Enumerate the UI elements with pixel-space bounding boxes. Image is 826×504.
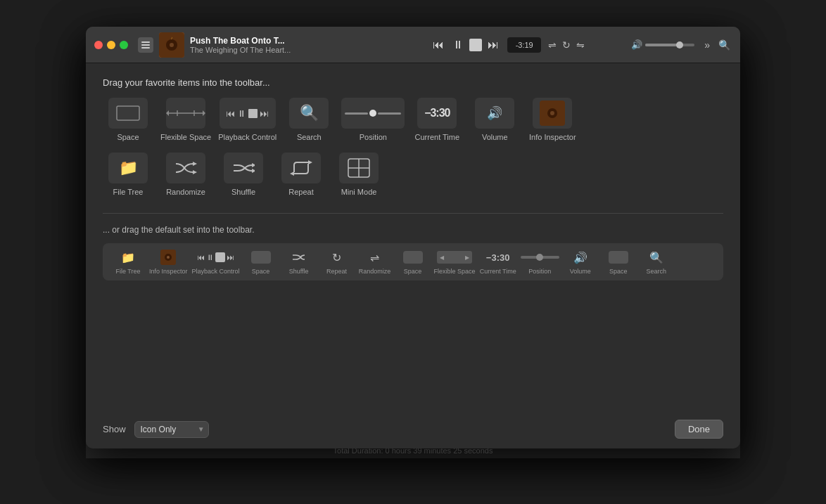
toolbar-item-flexible-space[interactable]: Flexible Space bbox=[160, 98, 211, 141]
done-button[interactable]: Done bbox=[675, 420, 723, 439]
svg-rect-0 bbox=[141, 41, 150, 43]
dt-repeat-label: Repeat bbox=[326, 268, 347, 275]
dt-file-tree-icon: 📁 bbox=[121, 249, 135, 266]
volume-track[interactable] bbox=[645, 44, 694, 46]
randomize-icon bbox=[166, 153, 205, 183]
toolbar-item-repeat[interactable]: Repeat bbox=[276, 153, 326, 196]
position-icon bbox=[341, 98, 405, 129]
show-label: Show bbox=[103, 424, 126, 434]
dt-space-icon bbox=[251, 249, 271, 266]
dt-position[interactable]: Position bbox=[521, 249, 559, 275]
drag-hint: Drag your favorite items into the toolba… bbox=[86, 63, 740, 98]
dt-volume-icon: 🔊 bbox=[573, 249, 587, 266]
dt-file-tree-label: File Tree bbox=[115, 268, 140, 275]
minimize-button[interactable] bbox=[107, 41, 115, 49]
dt-playback-icon: ⏮ ⏸ ⏭ bbox=[197, 249, 234, 266]
drag-default-hint: ... or drag the default set into the too… bbox=[86, 225, 740, 243]
fast-forward-button[interactable]: ⏭ bbox=[485, 37, 502, 53]
repeat-button[interactable]: ↻ bbox=[561, 38, 572, 52]
toolbar-item-mini-mode[interactable]: Mini Mode bbox=[333, 153, 384, 196]
shuffle-button[interactable]: ⇋ bbox=[575, 38, 586, 52]
dt-position-icon bbox=[521, 249, 559, 266]
maximize-button[interactable] bbox=[120, 41, 128, 49]
volume-thumb[interactable] bbox=[676, 41, 683, 49]
default-toolbar-strip[interactable]: 📁 File Tree Info Inspector ⏮ bbox=[103, 243, 723, 280]
dt-space3-icon bbox=[609, 249, 628, 266]
album-art: ♪ bbox=[159, 32, 184, 58]
dt-flex-space[interactable]: ◀ ▶ Flexible Space bbox=[434, 249, 476, 275]
dt-current-time-icon: −3:30 bbox=[486, 249, 510, 266]
file-tree-label: File Tree bbox=[113, 188, 144, 196]
toolbar-items-grid: Space Flexible Space ⏮ bbox=[86, 98, 740, 141]
svg-marker-18 bbox=[252, 163, 255, 167]
dt-flex-space-label: Flexible Space bbox=[434, 268, 476, 275]
toolbar-item-search[interactable]: 🔍 Search bbox=[284, 98, 334, 141]
dt-position-label: Position bbox=[528, 268, 551, 275]
randomize-label: Randomize bbox=[166, 188, 205, 196]
stop-button[interactable] bbox=[469, 39, 482, 51]
track-title: Push The Boat Onto T... bbox=[190, 36, 424, 46]
toolbar-item-shuffle[interactable]: Shuffle bbox=[218, 153, 269, 196]
pause-button[interactable]: ⏸ bbox=[450, 37, 466, 53]
toolbar-item-position[interactable]: Position bbox=[341, 98, 405, 141]
sheet-bottom: Show Icon Only Icon and Text Text Only ▼… bbox=[86, 410, 740, 448]
svg-marker-16 bbox=[193, 162, 197, 166]
dt-shuffle[interactable]: Shuffle bbox=[282, 249, 316, 275]
rewind-button[interactable]: ⏮ bbox=[430, 37, 447, 53]
dt-flex-space-icon: ◀ ▶ bbox=[437, 249, 472, 266]
search-label: Search bbox=[297, 133, 322, 141]
show-select-wrapper[interactable]: Icon Only Icon and Text Text Only ▼ bbox=[134, 421, 209, 438]
dt-space3[interactable]: Space bbox=[602, 249, 635, 275]
volume-slider[interactable]: 🔊 bbox=[631, 39, 694, 50]
toolbar-item-volume[interactable]: 🔊 Volume bbox=[469, 98, 520, 141]
time-display: -3:19 bbox=[507, 37, 541, 53]
dt-repeat[interactable]: ↻ Repeat bbox=[320, 249, 354, 275]
svg-point-5 bbox=[170, 43, 174, 47]
volume-icon: 🔊 bbox=[631, 39, 642, 50]
dt-space[interactable]: Space bbox=[244, 249, 278, 275]
customize-sheet: Drag your favorite items into the toolba… bbox=[86, 63, 740, 448]
titlebar: ♪ Push The Boat Onto T... The Weighing O… bbox=[86, 27, 740, 63]
dt-playback-control[interactable]: ⏮ ⏸ ⏭ Playback Control bbox=[192, 249, 240, 275]
toolbar-item-randomize[interactable]: Randomize bbox=[160, 153, 211, 196]
dt-repeat-icon: ↻ bbox=[332, 249, 341, 266]
toolbar-item-space[interactable]: Space bbox=[103, 98, 153, 141]
dt-space2-label: Space bbox=[404, 268, 422, 275]
dt-volume[interactable]: 🔊 Volume bbox=[564, 249, 597, 275]
dt-randomize-label: Randomize bbox=[359, 268, 391, 275]
dt-info-inspector-label: Info Inspector bbox=[149, 268, 188, 275]
space-icon bbox=[108, 98, 148, 129]
sidebar-toggle-button[interactable] bbox=[138, 37, 153, 53]
dt-current-time-label: Current Time bbox=[480, 268, 516, 275]
dt-shuffle-label: Shuffle bbox=[289, 268, 309, 275]
svg-rect-1 bbox=[141, 44, 150, 46]
search-button[interactable]: 🔍 bbox=[717, 38, 732, 52]
dt-info-inspector[interactable]: Info Inspector bbox=[149, 249, 188, 275]
dt-space2[interactable]: Space bbox=[396, 249, 430, 275]
dt-randomize[interactable]: ⇌ Randomize bbox=[358, 249, 392, 275]
toolbar-item-current-time[interactable]: −3:30 Current Time bbox=[412, 98, 462, 141]
shuffle-label: Shuffle bbox=[231, 188, 255, 196]
svg-marker-10 bbox=[203, 110, 205, 116]
dt-search[interactable]: 🔍 Search bbox=[640, 249, 673, 275]
toolbar-item-playback[interactable]: ⏮ ⏸ ⏭ Playback Control bbox=[218, 98, 277, 141]
dt-current-time[interactable]: −3:30 Current Time bbox=[480, 249, 516, 275]
toolbar-item-info-inspector[interactable]: Info Inspector bbox=[527, 98, 578, 141]
repeat-icon bbox=[281, 153, 321, 183]
dt-playback-label: Playback Control bbox=[192, 268, 240, 275]
dt-search-icon: 🔍 bbox=[649, 249, 663, 266]
traffic-lights bbox=[94, 41, 128, 49]
dt-shuffle-icon bbox=[292, 249, 306, 266]
close-button[interactable] bbox=[94, 41, 103, 49]
playback-label: Playback Control bbox=[218, 133, 277, 141]
show-select[interactable]: Icon Only Icon and Text Text Only bbox=[134, 421, 209, 438]
loop-button[interactable]: ⇌ bbox=[547, 38, 558, 52]
more-button[interactable]: » bbox=[703, 38, 711, 52]
dt-file-tree[interactable]: 📁 File Tree bbox=[111, 249, 145, 275]
dt-space2-icon bbox=[403, 249, 423, 266]
volume-label: Volume bbox=[482, 133, 508, 141]
current-time-label: Current Time bbox=[415, 133, 460, 141]
position-label: Position bbox=[360, 133, 387, 141]
track-info: Push The Boat Onto T... The Weighing Of … bbox=[190, 36, 424, 54]
toolbar-item-file-tree[interactable]: 📁 File Tree bbox=[103, 153, 153, 196]
